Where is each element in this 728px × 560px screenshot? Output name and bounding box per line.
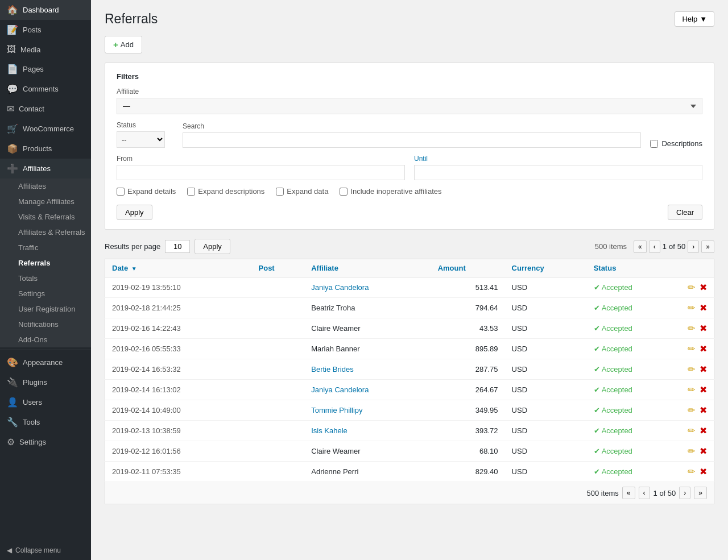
cell-affiliate[interactable]: Claire Weamer <box>304 318 431 339</box>
bottom-first-page-button[interactable]: « <box>622 487 635 499</box>
sidebar-item-affiliates-sub[interactable]: Affiliates <box>7 179 91 194</box>
sidebar-item-visits-referrals[interactable]: Visits & Referrals <box>7 209 91 225</box>
sidebar-item-pages[interactable]: 📄 Pages <box>0 59 91 79</box>
bottom-last-page-button[interactable]: » <box>694 487 707 499</box>
sidebar-item-contact[interactable]: ✉ Contact <box>0 99 91 119</box>
expand-details-checkbox[interactable] <box>117 188 125 196</box>
sidebar-item-affiliates[interactable]: ➕ Affiliates <box>0 159 91 179</box>
until-date-input[interactable] <box>414 165 702 180</box>
sidebar-item-settings-main[interactable]: ⚙ Settings <box>0 432 91 452</box>
status-select[interactable]: -- Accepted Pending Rejected <box>117 131 165 148</box>
edit-button[interactable]: ✏ <box>688 364 695 375</box>
until-date-group: Until <box>414 155 702 180</box>
sidebar-item-posts[interactable]: 📝 Posts <box>0 20 91 40</box>
sidebar-item-affiliates-referrals[interactable]: Affiliates & Referrals <box>7 225 91 240</box>
delete-button[interactable]: ✖ <box>700 405 707 416</box>
affiliate-name-link[interactable]: Isis Kahele <box>311 426 348 435</box>
collapse-menu[interactable]: ◀ Collapse menu <box>0 541 91 560</box>
col-date[interactable]: Date ▼ <box>105 259 252 277</box>
sidebar-item-plugins[interactable]: 🔌 Plugins <box>0 372 91 392</box>
affiliate-select[interactable]: — <box>117 98 702 114</box>
sidebar-item-add-ons[interactable]: Add-Ons <box>7 332 91 347</box>
delete-button[interactable]: ✖ <box>700 302 707 313</box>
include-inoperative-checkbox[interactable] <box>340 188 348 196</box>
affiliate-name-link[interactable]: Beatriz Troha <box>311 304 355 312</box>
col-status[interactable]: Status <box>587 259 680 277</box>
affiliate-name-link[interactable]: Mariah Banner <box>311 345 359 353</box>
affiliate-name-link[interactable]: Janiya Candelora <box>311 385 369 394</box>
edit-button[interactable]: ✏ <box>688 405 695 416</box>
col-amount[interactable]: Amount <box>431 259 505 277</box>
per-page-input[interactable]: 10 <box>165 240 190 253</box>
sidebar-item-settings[interactable]: Settings <box>7 286 91 301</box>
edit-button[interactable]: ✏ <box>688 384 695 395</box>
edit-button[interactable]: ✏ <box>688 446 695 457</box>
cell-affiliate[interactable]: Tommie Phillipy <box>304 400 431 421</box>
sidebar-item-totals[interactable]: Totals <box>7 271 91 286</box>
cell-affiliate[interactable]: Claire Weamer <box>304 441 431 462</box>
affiliate-name-link[interactable]: Janiya Candelora <box>311 283 369 292</box>
sidebar-item-user-registration[interactable]: User Registration <box>7 301 91 317</box>
descriptions-checkbox[interactable] <box>650 140 658 148</box>
edit-button[interactable]: ✏ <box>688 466 695 477</box>
edit-button[interactable]: ✏ <box>688 323 695 334</box>
cell-affiliate[interactable]: Janiya Candelora <box>304 380 431 400</box>
sidebar-item-appearance[interactable]: 🎨 Appearance <box>0 352 91 372</box>
cell-affiliate[interactable]: Beatriz Troha <box>304 298 431 318</box>
col-post[interactable]: Post <box>252 259 305 277</box>
first-page-button[interactable]: « <box>634 240 647 253</box>
bottom-prev-page-button[interactable]: ‹ <box>639 487 650 499</box>
per-page-apply-button[interactable]: Apply <box>195 239 230 254</box>
sidebar-item-products[interactable]: 📦 Products <box>0 139 91 159</box>
bottom-next-page-button[interactable]: › <box>679 487 690 499</box>
filters-apply-button[interactable]: Apply <box>117 205 152 220</box>
status-badge: ✔ Accepted <box>594 467 673 476</box>
sidebar-item-dashboard[interactable]: 🏠 Dashboard <box>0 0 91 20</box>
sidebar-item-traffic[interactable]: Traffic <box>7 240 91 255</box>
edit-button[interactable]: ✏ <box>688 282 695 293</box>
col-affiliate[interactable]: Affiliate <box>304 259 431 277</box>
delete-button[interactable]: ✖ <box>700 282 707 293</box>
delete-button[interactable]: ✖ <box>700 364 707 375</box>
edit-button[interactable]: ✏ <box>688 302 695 313</box>
sidebar-item-media[interactable]: 🖼 Media <box>0 40 91 59</box>
affiliate-name-link[interactable]: Bertie Brides <box>311 365 353 374</box>
cell-affiliate[interactable]: Adrienne Perri <box>304 462 431 482</box>
sidebar-item-notifications[interactable]: Notifications <box>7 317 91 332</box>
date-sort-icon: ▼ <box>131 266 137 272</box>
prev-page-button[interactable]: ‹ <box>649 240 660 253</box>
sidebar-item-users[interactable]: 👤 Users <box>0 392 91 412</box>
next-page-button[interactable]: › <box>688 240 699 253</box>
delete-button[interactable]: ✖ <box>700 425 707 436</box>
delete-button[interactable]: ✖ <box>700 343 707 354</box>
comments-icon: 💬 <box>7 84 18 94</box>
sidebar-item-tools[interactable]: 🔧 Tools <box>0 412 91 432</box>
help-button[interactable]: Help ▼ <box>675 11 714 27</box>
sidebar-item-comments[interactable]: 💬 Comments <box>0 79 91 99</box>
edit-button[interactable]: ✏ <box>688 425 695 436</box>
affiliate-name-link[interactable]: Claire Weamer <box>311 324 360 333</box>
cell-affiliate[interactable]: Isis Kahele <box>304 421 431 441</box>
delete-button[interactable]: ✖ <box>700 446 707 457</box>
sidebar-item-manage-affiliates[interactable]: Manage Affiliates <box>7 194 91 209</box>
search-input[interactable] <box>183 132 641 148</box>
from-date-input[interactable] <box>117 165 405 180</box>
last-page-button[interactable]: » <box>701 240 714 253</box>
sidebar-item-referrals[interactable]: Referrals <box>7 255 91 271</box>
edit-button[interactable]: ✏ <box>688 343 695 354</box>
cell-affiliate[interactable]: Mariah Banner <box>304 339 431 359</box>
cell-affiliate[interactable]: Bertie Brides <box>304 359 431 380</box>
delete-button[interactable]: ✖ <box>700 384 707 395</box>
affiliate-name-link[interactable]: Claire Weamer <box>311 447 360 455</box>
delete-button[interactable]: ✖ <box>700 323 707 334</box>
filters-clear-button[interactable]: Clear <box>668 205 702 220</box>
delete-button[interactable]: ✖ <box>700 466 707 477</box>
expand-descriptions-checkbox[interactable] <box>187 188 195 196</box>
sidebar-item-woocommerce[interactable]: 🛒 WooCommerce <box>0 119 91 139</box>
affiliate-name-link[interactable]: Tommie Phillipy <box>311 406 362 414</box>
cell-affiliate[interactable]: Janiya Candelora <box>304 277 431 298</box>
add-button[interactable]: + Add <box>105 36 142 53</box>
expand-data-checkbox[interactable] <box>276 188 284 196</box>
col-currency[interactable]: Currency <box>505 259 587 277</box>
affiliate-name-link[interactable]: Adrienne Perri <box>311 467 358 476</box>
